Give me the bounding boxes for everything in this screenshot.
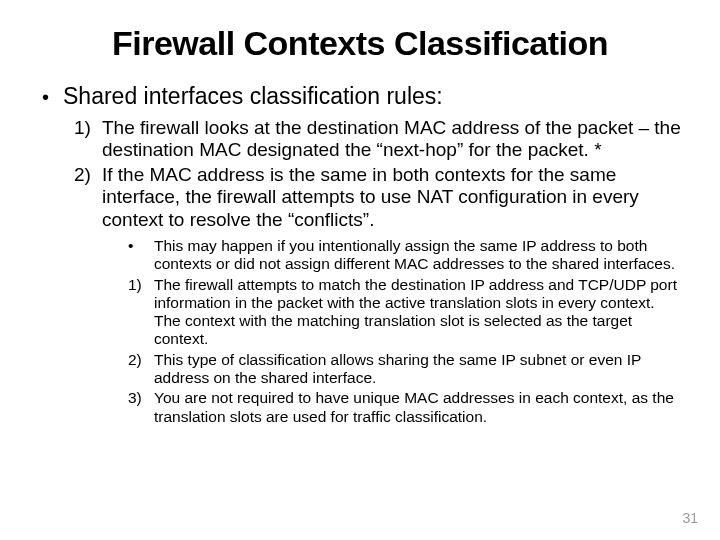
list-item: 2) If the MAC address is the same in bot… — [74, 164, 684, 231]
item-number: 1) — [128, 276, 154, 349]
main-bullet: • Shared interfaces classification rules… — [42, 83, 684, 111]
item-text: The firewall looks at the destination MA… — [102, 117, 684, 162]
list-item: 1) The firewall looks at the destination… — [74, 117, 684, 162]
numbered-list: 1) The firewall looks at the destination… — [74, 117, 684, 231]
item-text: If the MAC address is the same in both c… — [102, 164, 684, 231]
item-number: 2) — [74, 164, 102, 231]
list-item: 3) You are not required to have unique M… — [128, 389, 684, 426]
item-number: 3) — [128, 389, 154, 426]
slide-container: Firewall Contexts Classification • Share… — [0, 0, 720, 540]
slide-title: Firewall Contexts Classification — [36, 24, 684, 63]
main-bullet-text: Shared interfaces classification rules: — [63, 83, 443, 111]
bullet-dot-icon: • — [128, 237, 154, 274]
list-item: • This may happen if you intentionally a… — [128, 237, 684, 274]
item-number: 2) — [128, 351, 154, 388]
list-item: 2) This type of classification allows sh… — [128, 351, 684, 388]
item-text: This may happen if you intentionally ass… — [154, 237, 684, 274]
item-text: You are not required to have unique MAC … — [154, 389, 684, 426]
list-item: 1) The firewall attempts to match the de… — [128, 276, 684, 349]
sub-list: • This may happen if you intentionally a… — [128, 237, 684, 426]
item-number: 1) — [74, 117, 102, 162]
bullet-dot-icon: • — [42, 83, 49, 111]
item-text: The firewall attempts to match the desti… — [154, 276, 684, 349]
item-text: This type of classification allows shari… — [154, 351, 684, 388]
page-number: 31 — [682, 510, 698, 526]
